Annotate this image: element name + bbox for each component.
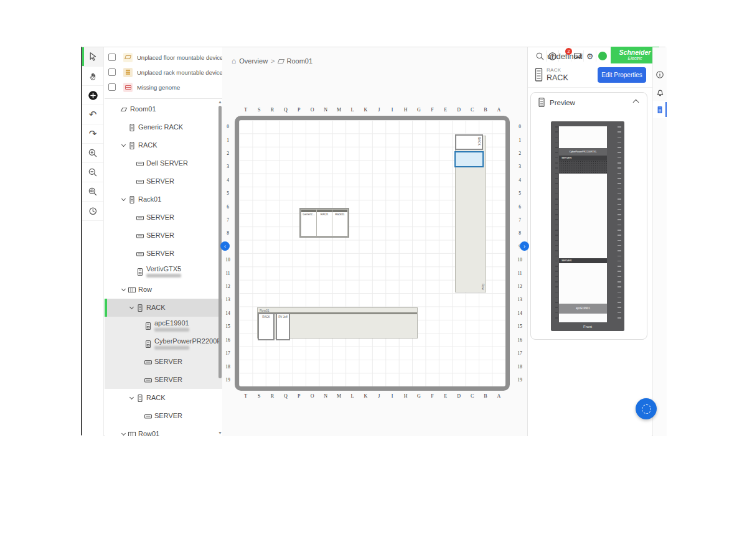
scroll-up-icon[interactable]: ▲ [218,100,222,104]
properties-panel: undefined2⚙ Schneider Electric RACK RACK… [527,47,652,436]
expand-right-panel-button[interactable]: › [520,241,529,251]
tree-scrollbar[interactable]: ▲ ▼ [218,102,222,436]
chevron-down-icon[interactable] [120,142,127,149]
tree-item-server[interactable]: SERVER [105,226,222,245]
search-icon [535,52,545,61]
settings-button[interactable]: ⚙ [584,50,596,62]
tree-item-server[interactable]: SERVER [105,353,222,371]
undo-tool-button[interactable]: ↶ [82,105,103,124]
side-tab-info[interactable] [653,66,667,83]
legend-label: Missing genome [137,84,180,91]
tree-item-rack[interactable]: RACK [105,136,222,154]
settings-icon: ⚙ [586,52,594,61]
account-icon [598,52,607,60]
edit-properties-button[interactable]: Edit Properties [598,67,646,83]
grid-row-label: 1 [223,133,233,146]
tree-item-label: RACK [138,142,157,149]
legend-item-missing-genome[interactable]: Missing genome [105,80,222,95]
checkbox[interactable] [108,83,116,91]
chevron-down-icon[interactable] [120,196,127,203]
tree-item-server[interactable]: SERVER [105,172,222,190]
zoom-selection-tool-button[interactable] [82,182,103,202]
room-icon [277,59,284,63]
grid-row-label: 4 [223,174,233,187]
tree-item-server[interactable]: SERVER [105,208,222,226]
chevron-down-icon[interactable] [120,286,127,294]
grid-row-label: 3 [515,160,525,173]
pan-tool-button[interactable] [82,67,103,86]
chevron-down-icon [111,106,119,113]
history-tool-button[interactable] [82,202,103,221]
checkbox[interactable] [108,68,116,76]
rack-object[interactable]: RACK [455,134,483,150]
tree-item-rack01[interactable]: Rack01 [105,190,222,208]
feedback-button[interactable] [571,50,584,62]
preview-device-server: SERVER [559,258,607,263]
zoom-in-tool-button[interactable] [82,144,103,163]
preview-card: Preview CyberPowerPR2200RTXL SERVER SERV… [530,92,647,340]
rack-object[interactable]: Generic... [301,210,316,236]
checkbox[interactable] [108,54,116,61]
tree-item-row[interactable]: Row [105,281,222,299]
tree-item-label: VertivGTX5 [146,266,181,273]
selected-object-header: RACK RACK Edit Properties [528,64,652,88]
grid-column-label: I [385,393,398,399]
grid-column-label: G [412,107,425,113]
tree-item-room01[interactable]: Room01 [105,100,222,118]
tree-item-label: SERVER [154,376,182,383]
rack-object[interactable]: RV Jeff [276,313,290,340]
grid-column-label: P [293,393,306,399]
rack-group[interactable]: Generic... RACK Rack01 [299,208,349,238]
grid-column-label: E [439,393,452,399]
grid-column-label: B [479,107,492,113]
floor-canvas[interactable]: ⌂ Overview > Room01 TSRQPONMLKJIHGFEDCBA… [222,47,527,436]
collapse-left-panel-button[interactable]: ‹ [220,241,230,251]
search-button[interactable] [534,50,547,62]
tree-item-row01[interactable]: Row01 [105,425,222,436]
rack-object-selected[interactable] [454,151,484,167]
side-tab-rack[interactable] [653,101,667,118]
chevron-down-icon[interactable] [128,394,135,402]
tree-item-label: Rack01 [138,196,161,203]
tree-item-dell-server[interactable]: Dell SERVER [105,154,222,172]
tree-item-server[interactable]: SERVER [105,245,222,263]
row-icon [127,430,137,437]
tree-item-cyberpowerpr2200r[interactable]: CyberPowerPR2200R... [105,335,222,353]
account-button[interactable] [596,50,609,62]
legend-item-floor-device[interactable]: Unplaced floor mountable devices [105,50,222,65]
tree-item-label: SERVER [146,250,174,257]
redo-tool-button[interactable]: ↷ [82,124,103,144]
chevron-down-icon[interactable] [128,304,135,312]
side-tab-alarms[interactable] [653,83,667,101]
grid-column-label: G [412,393,425,399]
chevron-up-icon[interactable] [633,100,639,106]
tree-item-label: Row [138,286,152,293]
zoom-selection-icon [88,187,98,197]
server-icon [135,250,145,258]
tree-item-rack[interactable]: RACK [105,389,222,407]
grid-row-label: 16 [223,334,233,347]
tree-item-rack[interactable]: RACK [105,299,222,317]
scrollbar-thumb[interactable] [218,106,222,378]
grid-column-label: O [306,393,319,399]
breadcrumb-current: Room01 [287,57,313,65]
scroll-down-icon[interactable]: ▼ [218,431,222,435]
rack-object[interactable]: Rack01 [332,210,347,236]
help-fab-button[interactable] [636,398,657,419]
add-tool-button[interactable] [82,86,103,105]
rack-object[interactable]: RACK [317,210,332,236]
tree-item-generic-rack[interactable]: Generic RACK [105,118,222,136]
tree-item-server[interactable]: SERVER [105,371,222,389]
floor-device-icon [123,53,133,62]
chevron-down-icon[interactable] [120,431,127,437]
tree-item-label: apcE19901 [154,320,189,327]
tree-item-vertivgtx5[interactable]: VertivGTX5 [105,263,222,281]
tree-item-apce19901[interactable]: apcE19901 [105,317,222,335]
notifications-button[interactable]: undefined2 [559,50,571,62]
rack-object[interactable]: RACK [258,313,275,340]
legend-item-rack-device[interactable]: Unplaced rack mountable devices [105,65,222,80]
breadcrumb-overview[interactable]: Overview [239,57,268,65]
zoom-out-tool-button[interactable] [82,163,103,182]
tree-item-server[interactable]: SERVER [105,407,222,425]
select-tool-button[interactable] [82,47,103,67]
